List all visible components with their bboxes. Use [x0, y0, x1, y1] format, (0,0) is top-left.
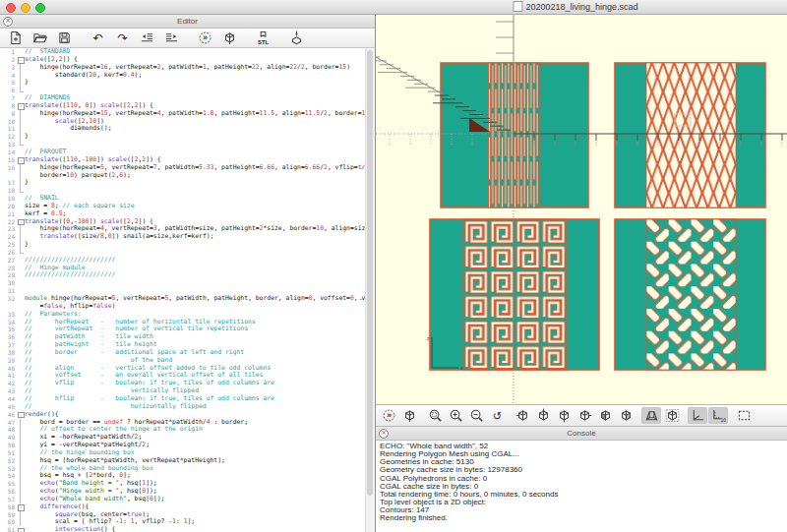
- fold-marker[interactable]: -: [17, 102, 25, 110]
- show-axes-button[interactable]: [688, 407, 707, 424]
- editor-scrollbar[interactable]: [365, 48, 375, 532]
- close-window-button[interactable]: [6, 3, 16, 13]
- line-number: 33: [0, 311, 17, 319]
- code-line: 24 translate([size/8,0]) snail(a=size,ke…: [0, 233, 375, 241]
- unindent-button[interactable]: [137, 30, 156, 46]
- code-line: 22-translate([0,-100]) scale([2,2]) {: [0, 218, 375, 226]
- fold-marker[interactable]: -: [17, 503, 25, 511]
- fold-marker: [17, 125, 25, 133]
- code-text: [25, 287, 375, 295]
- code-line: 53 // the whole band bounding box: [0, 465, 375, 473]
- code-text: scal = [ hflip? -1: 1, vflip? -1: 1];: [25, 518, 375, 526]
- fold-marker[interactable]: -: [17, 218, 25, 226]
- code-line: 46-render(){: [0, 411, 375, 419]
- window-titlebar[interactable]: 20200218_living_hinge.scad: [0, 0, 787, 15]
- line-number: 58: [0, 503, 17, 511]
- fold-marker: [17, 87, 25, 94]
- fold-marker[interactable]: -: [17, 526, 25, 532]
- view-back-button[interactable]: [616, 407, 636, 424]
- code-line: 32module hinge(horRepeat=5, vertRepeat=5…: [0, 295, 375, 303]
- fold-marker: [17, 349, 25, 357]
- fold-marker[interactable]: -: [17, 156, 25, 164]
- fold-marker: [17, 325, 25, 333]
- view-bottom-button[interactable]: [554, 407, 574, 424]
- view-orthogonal-button[interactable]: [662, 407, 682, 424]
- code-text: // voffset - an overall vertical offset …: [25, 372, 375, 380]
- editor-scrollbar-thumb[interactable]: [367, 50, 373, 496]
- zoom-all-button[interactable]: [425, 407, 445, 424]
- line-number: 14: [0, 148, 17, 156]
- code-text: // STANDARD: [25, 48, 375, 56]
- minimize-window-button[interactable]: [21, 3, 30, 13]
- code-text: translate([0,-100]) scale([2,2]) {: [25, 218, 375, 226]
- code-line: 42// vflip - boolean: if true, tiles of …: [0, 380, 375, 387]
- code-text: hinge(horRepeat=5, vertRepeat=7, patWidt…: [25, 164, 375, 172]
- code-text: [25, 187, 375, 195]
- line-number: 10: [0, 118, 17, 126]
- code-line: 61- intersection() {: [0, 526, 375, 532]
- print-button[interactable]: [286, 30, 306, 46]
- zoom-in-button[interactable]: [446, 407, 465, 424]
- code-text: translate([110,-100]) scale([2,2]) {: [25, 156, 375, 164]
- code-line: 41// voffset - an overall vertical offse…: [0, 372, 375, 380]
- show-scale-markers-button[interactable]: 10: [708, 407, 728, 424]
- line-number: 37: [0, 341, 17, 349]
- view-top-button[interactable]: [533, 407, 553, 424]
- code-text: yi = -vertRepeat*patHeight/2;: [25, 442, 375, 449]
- new-button[interactable]: [5, 30, 25, 46]
- fold-marker: [17, 518, 25, 526]
- open-button[interactable]: [30, 30, 49, 46]
- render-button[interactable]: [219, 30, 239, 46]
- fold-marker: [17, 380, 25, 387]
- code-text: // patWidth - tile width: [25, 333, 375, 341]
- view-left-button[interactable]: [575, 407, 594, 424]
- undo-icon: ↶: [91, 30, 105, 45]
- preview-button[interactable]: »: [195, 30, 214, 46]
- export-stl-button[interactable]: STL: [253, 30, 272, 46]
- editor-panel-title: Editor: [177, 17, 198, 26]
- fold-marker: [17, 449, 25, 457]
- 3d-viewport[interactable]: zx: [376, 15, 787, 404]
- view-all-button[interactable]: [734, 407, 754, 424]
- code-text: // PARQUET: [25, 148, 375, 156]
- view-orthogonal-icon: [665, 408, 680, 423]
- fold-marker: [17, 295, 25, 303]
- code-text: echo("Band height = ", hsq[1]);: [25, 480, 375, 488]
- fold-marker[interactable]: -: [17, 411, 25, 419]
- code-text: translate([size/8,0]) snail(a=size,kerf=…: [25, 233, 375, 241]
- preview-button[interactable]: »: [379, 407, 398, 424]
- line-number: 20: [0, 203, 17, 210]
- fold-marker[interactable]: -: [17, 56, 25, 64]
- console-output[interactable]: ECHO: "Whole band width", 52Rendering Po…: [376, 441, 787, 532]
- fold-marker: [17, 319, 25, 326]
- code-line: 15-translate([110,-100]) scale([2,2]) {: [0, 156, 375, 164]
- line-number: [0, 303, 17, 311]
- render-button[interactable]: [399, 407, 419, 424]
- redo-button[interactable]: ↷: [112, 30, 132, 46]
- view-front-button[interactable]: [595, 407, 615, 424]
- fold-marker: [17, 472, 25, 480]
- editor-pane: ✕ Editor ↶↷»STL 1// STANDARD2-scale([2,2…: [0, 15, 376, 532]
- fold-marker: [17, 203, 25, 210]
- reset-view-button[interactable]: ↺: [487, 407, 507, 424]
- zoom-out-button[interactable]: [466, 407, 486, 424]
- view-right-icon: [515, 408, 530, 423]
- new-icon: [8, 30, 23, 45]
- indent-button[interactable]: [161, 30, 181, 46]
- code-editor[interactable]: 1// STANDARD2-scale([2,2]) {3 hinge(horR…: [0, 48, 375, 532]
- undo-button[interactable]: ↶: [88, 30, 107, 46]
- view-right-button[interactable]: [513, 407, 532, 424]
- code-line: 60 scal = [ hflip? -1: 1, vflip? -1: 1];: [0, 518, 375, 526]
- console-panel: ✕ Console ECHO: "Whole band width", 52Re…: [376, 427, 787, 532]
- editor-close-button[interactable]: ✕: [3, 17, 13, 27]
- zoom-window-button[interactable]: [35, 3, 45, 13]
- zoom-all-icon: [428, 408, 443, 423]
- save-button[interactable]: [54, 30, 74, 46]
- console-close-button[interactable]: ✕: [379, 429, 389, 439]
- line-number: 60: [0, 518, 17, 526]
- code-text: // vertRepeat - number of vertical tile …: [25, 325, 375, 333]
- code-line: 6: [0, 87, 375, 94]
- line-number: 17: [0, 179, 17, 187]
- code-text: intersection() {: [25, 526, 375, 532]
- view-perspective-button[interactable]: [641, 407, 661, 424]
